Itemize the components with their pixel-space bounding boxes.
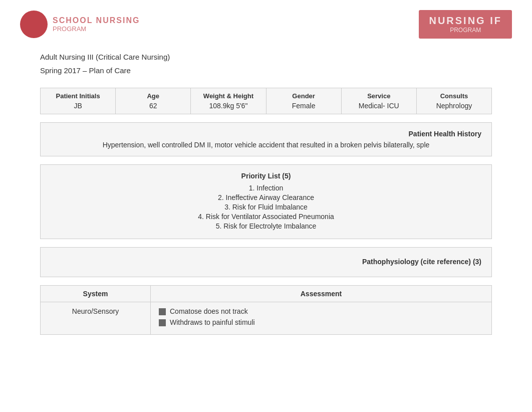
assessment-item-1: Comatose does not track [159,307,483,315]
assessment-item-1-text: Comatose does not track [170,307,248,315]
consults-label: Consults [420,92,488,100]
patient-initials-value: JB [44,102,112,110]
assessment-header: Assessment [151,286,491,302]
age-label: Age [119,92,187,100]
pathophysiology-section: Pathophysiology (cite reference) (3) [40,247,492,277]
assessment-table: System Assessment Neuro/Sensory Comatose… [40,285,492,335]
patient-initials-label: Patient Initials [44,92,112,100]
service-label: Service [345,92,413,100]
service-value: Medical- ICU [345,102,413,110]
neuro-sensory-cell: Neuro/Sensory [41,302,151,334]
subtitle-section: Adult Nursing III (Critical Care Nursing… [0,44,532,78]
patient-info-table: Patient Initials JB Age 62 Weight & Heig… [40,88,492,114]
assessment-item-2: Withdraws to painful stimuli [159,318,483,326]
priority-item-4: 4. Risk for Ventilator Associated Pneumo… [51,213,481,221]
priority-item-2: 2. Ineffective Airway Clearance [51,193,481,201]
health-history-section: Patient Health History Hypertension, wel… [40,122,492,156]
weight-height-cell: Weight & Height 108.9kg 5'6" [191,88,266,114]
course-title: Adult Nursing III (Critical Care Nursing… [40,53,492,61]
bullet-icon-2 [159,319,166,326]
priority-item-3: 3. Risk for Fluid Imbalance [51,203,481,211]
logo-text-block: SCHOOL NURSING PROGRAM [53,16,140,33]
bullet-icon-1 [159,308,166,315]
health-history-content: Hypertension, well controlled DM II, mot… [51,141,481,149]
service-cell: Service Medical- ICU [342,88,417,114]
priority-item-5: 5. Risk for Electrolyte Imbalance [51,222,481,230]
age-value: 62 [119,102,187,110]
consults-value: Nephrology [420,102,488,110]
age-cell: Age 62 [116,88,191,114]
priority-list-title: Priority List (5) [51,172,481,180]
weight-height-label: Weight & Height [194,92,262,100]
logo-right-main: NURSING IF [429,15,502,27]
assessment-item-2-text: Withdraws to painful stimuli [170,318,255,326]
gender-label: Gender [270,92,338,100]
system-header: System [41,286,151,302]
logo-sub-text: PROGRAM [53,25,140,33]
pathophysiology-title: Pathophysiology (cite reference) (3) [51,258,481,266]
plan-of-care-title: Spring 2017 – Plan of Care [40,66,492,75]
weight-height-value: 108.9kg 5'6" [194,102,262,110]
assessment-row-neuro: Neuro/Sensory Comatose does not track Wi… [41,302,491,334]
health-history-title: Patient Health History [51,130,481,138]
logo-left: SCHOOL NURSING PROGRAM [20,11,140,38]
consults-cell: Consults Nephrology [417,88,491,114]
priority-list-section: Priority List (5) 1. Infection 2. Ineffe… [40,164,492,239]
logo-right: NURSING IF PROGRAM [419,10,512,39]
priority-item-1: 1. Infection [51,184,481,192]
patient-initials-cell: Patient Initials JB [41,88,116,114]
neuro-assessment-cell: Comatose does not track Withdraws to pai… [151,302,491,334]
logo-right-sub: PROGRAM [429,27,502,34]
assessment-header-row: System Assessment [41,286,491,302]
gender-value: Female [270,102,338,110]
logo-circle-icon [20,11,48,38]
page-header: SCHOOL NURSING PROGRAM NURSING IF PROGRA… [0,0,532,44]
gender-cell: Gender Female [267,88,342,114]
logo-main-text: SCHOOL NURSING [53,16,140,25]
